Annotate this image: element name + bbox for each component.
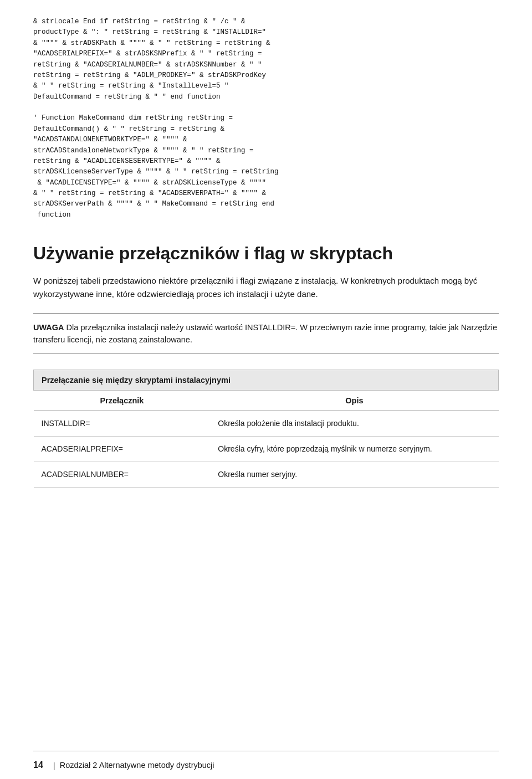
section-heading: Używanie przełączników i flag w skryptac… [33, 243, 499, 264]
table-cell-switch-0: INSTALLDIR= [34, 411, 211, 437]
table-row: ACADSERIALNUMBER=Określa numer seryjny. [34, 462, 499, 488]
table-row: INSTALLDIR=Określa położenie dla instala… [34, 411, 499, 437]
page-container: & strLocale End if retString = retString… [0, 0, 532, 779]
table-row: ACADSERIALPREFIX=Określa cyfry, które po… [34, 437, 499, 462]
intro-text: W poniższej tabeli przedstawiono niektór… [33, 274, 499, 301]
col-desc-header: Opis [210, 391, 498, 411]
table-cell-desc-1: Określa cyfry, które poprzedzają myślnik… [210, 437, 498, 462]
footer-page-number: 14 [33, 760, 43, 770]
table-title-cell: Przełączanie się między skryptami instal… [34, 370, 499, 391]
footer-chapter: Rozdział 2 Alternatywne metody dystrybuc… [60, 761, 214, 770]
table-body: INSTALLDIR=Określa położenie dla instala… [34, 411, 499, 488]
code-block: & strLocale End if retString = retString… [33, 17, 499, 221]
table-title-row: Przełączanie się między skryptami instal… [34, 370, 499, 391]
table-cell-desc-0: Określa położenie dla instalacji produkt… [210, 411, 498, 437]
switches-table: Przełączanie się między skryptami instal… [33, 370, 499, 488]
table-cell-switch-1: ACADSERIALPREFIX= [34, 437, 211, 462]
note-text: Dla przełącznika instalacji należy ustaw… [33, 323, 497, 344]
note-box: UWAGA Dla przełącznika instalacji należy… [33, 313, 499, 355]
col-switch-header: Przełącznik [34, 391, 211, 411]
footer-separator: | [53, 761, 55, 770]
table-cell-desc-2: Określa numer seryjny. [210, 462, 498, 488]
footer-bar: 14 | Rozdział 2 Alternatywne metody dyst… [33, 751, 499, 779]
table-header-row: Przełącznik Opis [34, 391, 499, 411]
table-cell-switch-2: ACADSERIALNUMBER= [34, 462, 211, 488]
note-label: UWAGA [33, 323, 64, 332]
